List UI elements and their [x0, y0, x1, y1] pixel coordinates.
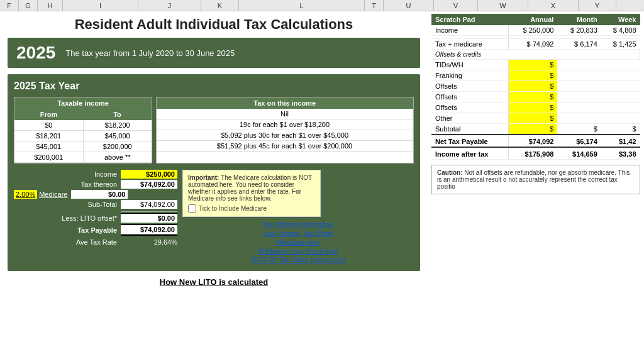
tax-payable-label: Tax Payable [48, 226, 117, 234]
year-banner: 2025 The tax year from 1 July 2020 to 30… [8, 38, 420, 68]
income-row: Income $250,000 [14, 170, 177, 179]
lito-label: Less: LITO offset* [48, 214, 117, 222]
scratch-pad-row: TIDs/WH $ [431, 60, 640, 70]
tables-row: Taxable income From To $0$18,200$18,201$… [14, 97, 414, 164]
scratch-pad-table: Scratch Pad Annual Month Week Income $ 2… [431, 14, 640, 160]
net-label: Income after tax [431, 147, 509, 160]
tax-cell: 19c for each $1 over $18,200 [157, 119, 413, 130]
from-cell: $18,201 [14, 131, 83, 141]
scratch-pad-row: Tax + medicare $ 74,092 $ 6,174 $ 1,425 [431, 39, 640, 50]
subtotal-value: $74,092.00 [121, 200, 177, 209]
sp-annual[interactable]: $ [509, 113, 558, 124]
lito-section-title[interactable]: How New LITO is calculated [160, 277, 268, 287]
sp-week [601, 70, 640, 81]
tax-link[interactable]: 2024-25 Tax Scale Information [252, 256, 345, 264]
tax-link[interactable]: Medicare Levy Surcharge [258, 247, 337, 255]
col-u: U [384, 0, 434, 11]
offsets-credits-label: Offsets & credits [431, 50, 640, 60]
links-section: Tax Offsets InformationLow Income Tax Of… [182, 221, 414, 265]
tax-table-row: 19c for each $1 over $18,200 [157, 119, 413, 130]
col-headers: F G H I J K L T U V W X Y [0, 0, 644, 11]
sp-label: TIDs/WH [431, 60, 509, 70]
from-header: From [14, 109, 83, 120]
col-g: G [19, 0, 38, 11]
sp-annual[interactable]: $ [509, 103, 558, 113]
income-table-row: $200,001above ** [14, 152, 152, 163]
scratch-pad-row: Subtotal $ $ $ [431, 124, 640, 135]
sp-label: Franking [431, 70, 509, 81]
col-y: Y [579, 0, 616, 11]
to-cell: $45,000 [83, 131, 152, 141]
week-header: Week [601, 14, 640, 25]
medicare-checkbox-row[interactable]: Tick to Include Medicare [188, 204, 315, 213]
subtotal-label: Sub-Total [54, 201, 117, 208]
scratch-pad-row: Offsets $ [431, 92, 640, 103]
tax-year-box: 2025 Tax Year Taxable income From To [8, 74, 420, 271]
to-cell: $200,000 [83, 141, 152, 152]
sp-month [557, 92, 601, 103]
medicare-label: Medicare [39, 191, 67, 198]
medicare-pct[interactable]: 2.00% [14, 190, 37, 199]
col-h: H [38, 0, 63, 11]
caution-title: Caution: [437, 169, 463, 176]
net-row: Net Tax Payable $74,092 $6,174 $1,42 [431, 135, 640, 147]
sp-month [557, 103, 601, 113]
income-value[interactable]: $250,000 [121, 170, 177, 179]
income-table-row: $18,201$45,000 [14, 131, 152, 141]
tax-payable-value: $74,092.00 [121, 224, 177, 236]
tax-link[interactable]: Medicare levy [277, 238, 319, 246]
col-f: F [0, 0, 19, 11]
year-description: The tax year from 1 July 2020 to 30 June… [65, 48, 235, 58]
col-l: L [239, 0, 365, 11]
to-cell: above ** [83, 152, 152, 163]
tax-cell: Nil [157, 109, 413, 119]
sp-annual[interactable]: $ [509, 81, 558, 92]
scratch-pad-row: Franking $ [431, 70, 640, 81]
sp-month: $ 6,174 [557, 39, 601, 50]
sp-annual[interactable]: $ [509, 70, 558, 81]
income-label: Income [54, 170, 117, 178]
sp-month: $ [557, 124, 601, 135]
net-week: $1,42 [601, 135, 640, 147]
tax-year-title: 2025 Tax Year [14, 80, 414, 92]
from-cell: $45,001 [14, 141, 83, 152]
tax-cell: $51,592 plus 45c for each $1 over $200,0… [157, 141, 413, 152]
sp-annual[interactable]: $ [509, 60, 558, 70]
sp-month [557, 60, 601, 70]
left-panel: Resident Adult Individual Tax Calculatio… [0, 11, 428, 292]
sp-label: Subtotal [431, 124, 509, 135]
sp-week [601, 103, 640, 113]
sp-week: $ 1,425 [601, 39, 640, 50]
caution-text: Not all offsets are refundable, nor ge a… [437, 169, 630, 190]
page-title: Resident Adult Individual Tax Calculatio… [8, 16, 420, 33]
medicare-checkbox[interactable] [188, 204, 196, 213]
taxable-income-table: Taxable income From To $0$18,200$18,201$… [14, 97, 152, 164]
calculations-section: Income $250,000 Tax thereon $74,092.00 2… [14, 170, 414, 265]
tax-link[interactable]: Low Income Tax Offset [263, 230, 333, 237]
lito-value: $0.00 [121, 213, 177, 223]
sp-week [601, 92, 640, 103]
medicare-value: $0.00 [71, 190, 128, 199]
sp-week [601, 113, 640, 124]
annual-header: Annual [509, 14, 558, 25]
sp-month [557, 81, 601, 92]
sp-label: Offsets [431, 92, 509, 103]
tax-table-row: Nil [157, 109, 413, 119]
tax-link[interactable]: Tax Offsets Information [263, 221, 334, 228]
scratch-pad-row: Other $ [431, 113, 640, 124]
avg-tax-value: 29.64% [121, 238, 177, 246]
from-cell: $0 [14, 120, 83, 131]
net-annual: $74,092 [509, 135, 558, 147]
col-t: T [365, 0, 384, 11]
col-k: K [201, 0, 239, 11]
sp-annual[interactable]: $ [509, 124, 558, 135]
to-header: To [83, 109, 152, 120]
scratch-pad-row: Offsets $ [431, 81, 640, 92]
sp-annual[interactable]: $ [509, 92, 558, 103]
col-i: I [63, 0, 138, 11]
tax-thereon-row: Tax thereon $74,092.00 [14, 180, 177, 189]
subtotal-row: Sub-Total $74,092.00 [14, 200, 177, 209]
tax-thereon-label: Tax thereon [54, 180, 117, 188]
right-panel: Scratch Pad Annual Month Week Income $ 2… [428, 11, 644, 292]
col-w: W [478, 0, 528, 11]
